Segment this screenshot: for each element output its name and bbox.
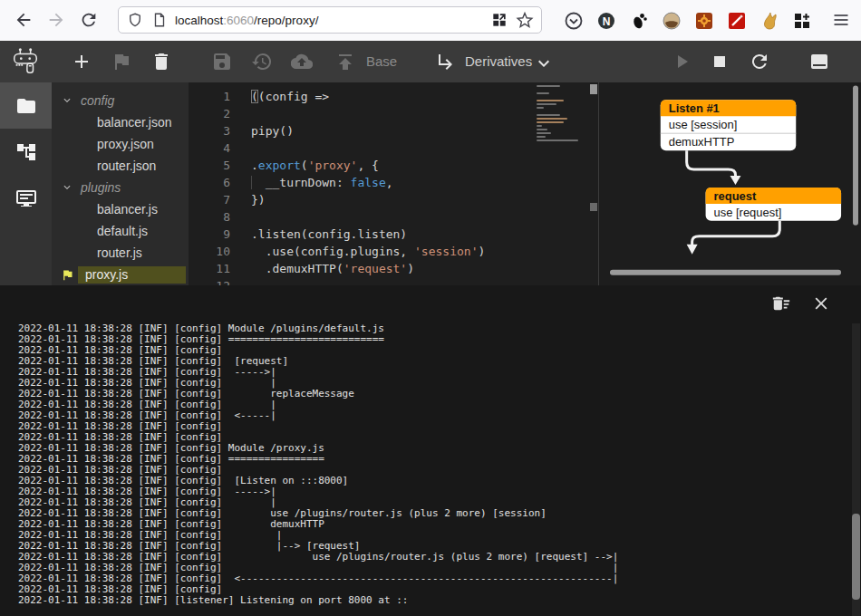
shield-icon[interactable] [127,12,143,28]
editor-scroll-marker [590,203,597,211]
clear-log-button[interactable] [770,294,792,315]
rail-item-pipelines[interactable] [0,129,52,175]
pipy-logo-icon [10,46,41,77]
console-scrollbar[interactable] [852,323,860,616]
svg-text:N: N [603,15,611,28]
derivatives-dropdown[interactable] [435,51,457,72]
delete-button[interactable] [150,51,172,72]
code-text [230,277,251,285]
code-line-9[interactable]: 9.listen(config.listen) [189,226,598,243]
code-text: ((config => [230,88,329,105]
line-number: 10 [189,243,230,260]
diagram-vscrollbar[interactable] [853,85,858,225]
foot-icon[interactable] [629,11,649,31]
code-text [230,105,251,122]
editor-scrollbar-thumb[interactable] [590,84,597,94]
dvr-icon [15,188,37,209]
tree-file-balancer.json[interactable]: balancer.json [52,111,189,133]
flag-icon [61,268,74,282]
chevron-down-icon[interactable] [533,53,555,74]
code-editor[interactable]: 1((config =>23pipy()45.export('proxy', {… [189,82,598,285]
rail-item-files[interactable] [0,82,52,129]
code-line-12[interactable]: 12 [189,277,598,285]
tree-file-balancer.js[interactable]: balancer.js [52,198,189,220]
round-badge-icon[interactable] [662,11,682,31]
code-line-11[interactable]: 11 .demuxHTTP('request') [189,260,598,277]
pipy-admin-window: localhost:6060/repo/proxy/ N [0,0,861,616]
node-row: demuxHTTP [669,135,735,149]
node-title: request [714,189,757,203]
console-scrollbar-thumb[interactable] [852,514,860,600]
tree-file-router.json[interactable]: router.json [52,155,189,177]
tree-file-proxy.js-selected[interactable]: proxy.js [52,264,189,285]
line-number: 7 [189,191,230,208]
code-text: .use(config.plugins, 'session') [230,243,485,260]
tree-file-proxy.json[interactable]: proxy.json [52,133,189,155]
n-badge-icon[interactable]: N [596,11,616,31]
line-number: 5 [189,157,230,174]
bookmark-star-icon[interactable] [516,11,534,29]
code-line-10[interactable]: 10 .use(config.plugins, 'session') [189,243,598,260]
diagram-hscrollbar[interactable] [610,270,841,275]
app-toolbar: Base Derivatives [0,41,861,82]
gear-badge-icon[interactable] [694,11,714,31]
url-text[interactable]: localhost:6060/repo/proxy/ [175,14,490,27]
page-action-icon[interactable] [490,11,508,29]
back-button[interactable] [11,8,36,34]
save-button[interactable] [211,51,233,72]
selected-file-label: proxy.js [78,266,186,284]
add-file-button[interactable] [71,51,92,72]
forward-button[interactable] [44,8,69,34]
line-number: 12 [189,277,230,285]
upload-button[interactable] [291,51,313,72]
tree-group-label: config [81,93,114,108]
graph-arrow-1 [687,150,741,185]
restart-button[interactable] [749,51,770,72]
tree-icon [15,141,37,163]
line-number: 11 [189,260,230,277]
close-console-button[interactable] [810,294,832,315]
stop-button[interactable] [709,51,730,72]
tree-group-plugins[interactable]: plugins [52,177,189,198]
browser-chrome: localhost:6060/repo/proxy/ N [0,0,861,42]
tree-group-config[interactable]: config [52,90,189,111]
node-row: use [session] [669,118,738,131]
tree-group-label: plugins [81,180,121,195]
flame-icon[interactable] [759,11,779,31]
wand-badge-icon[interactable] [727,11,747,31]
menu-icon[interactable] [832,11,850,29]
base-button[interactable] [334,51,356,72]
code-line-7[interactable]: 7}) [189,191,598,208]
play-button[interactable] [671,51,692,72]
revert-button[interactable] [251,51,273,72]
pipeline-graph-panel: Listen #1 use [session] demuxHTTP reques… [598,82,861,285]
rail-item-console[interactable] [0,175,52,221]
line-number: 9 [189,226,230,243]
page-icon [151,12,168,28]
line-number: 4 [189,140,230,157]
code-line-5[interactable]: 5.export('proxy', { [189,157,598,174]
folder-icon [15,95,37,117]
pocket-icon[interactable] [564,11,584,31]
reload-button[interactable] [76,8,102,34]
flag-button[interactable] [111,51,132,72]
line-number: 6 [189,174,230,191]
code-line-8[interactable]: 8 [189,208,598,226]
line-number: 8 [189,208,230,226]
base-label: Base [366,53,397,70]
minimap[interactable] [537,85,587,129]
node-row: use [request] [714,206,782,219]
code-text [230,208,251,226]
graph-node-listen: Listen #1 use [session] demuxHTTP [661,100,796,150]
code-line-6[interactable]: 6 __turnDown: false, [189,174,598,191]
console-toggle-button[interactable] [808,51,830,72]
tree-file-default.js[interactable]: default.js [52,220,189,242]
extension-icons: N [564,10,812,32]
code-text: }) [230,191,266,208]
tree-file-router.js[interactable]: router.js [52,242,189,264]
line-number: 3 [189,122,230,140]
derivatives-label[interactable]: Derivatives [465,53,532,70]
editor-scrollbar[interactable] [589,82,598,285]
grid-plus-icon[interactable] [792,11,812,31]
url-bar[interactable]: localhost:6060/repo/proxy/ [118,6,542,34]
